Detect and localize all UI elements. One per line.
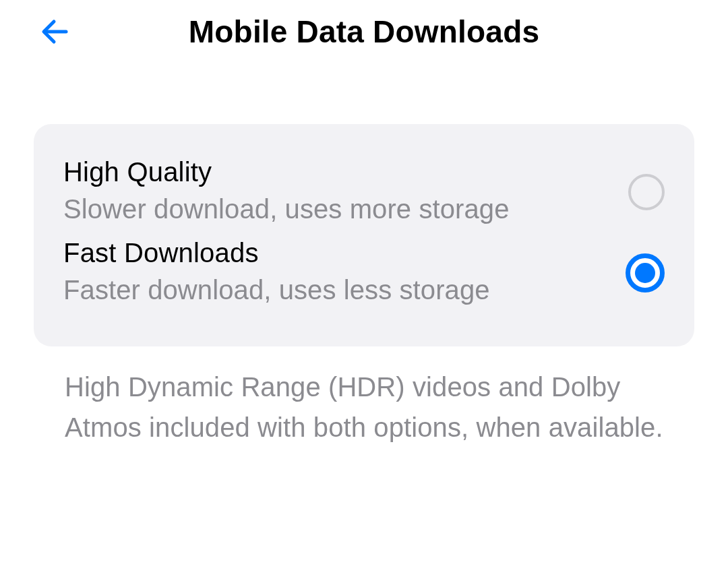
radio-fast-downloads[interactable] (626, 253, 665, 293)
back-button[interactable] (40, 18, 69, 46)
option-text: Fast Downloads Faster download, uses les… (63, 236, 605, 310)
header: Mobile Data Downloads (0, 0, 728, 70)
option-subtitle: Faster download, uses less storage (63, 270, 605, 310)
radio-selected-icon (626, 253, 665, 293)
footer-note: High Dynamic Range (HDR) videos and Dolb… (34, 346, 694, 448)
radio-high-quality[interactable] (628, 174, 665, 210)
content: High Quality Slower download, uses more … (0, 70, 728, 448)
page-title: Mobile Data Downloads (34, 13, 694, 50)
option-title: High Quality (63, 155, 608, 189)
back-arrow-icon (40, 18, 69, 46)
option-text: High Quality Slower download, uses more … (63, 155, 608, 229)
options-card: High Quality Slower download, uses more … (34, 124, 694, 346)
option-subtitle: Slower download, uses more storage (63, 189, 608, 229)
radio-unselected-icon (628, 174, 665, 210)
option-high-quality[interactable]: High Quality Slower download, uses more … (63, 155, 665, 229)
radio-selected-inner-icon (635, 263, 655, 283)
option-fast-downloads[interactable]: Fast Downloads Faster download, uses les… (63, 236, 665, 310)
option-title: Fast Downloads (63, 236, 605, 270)
